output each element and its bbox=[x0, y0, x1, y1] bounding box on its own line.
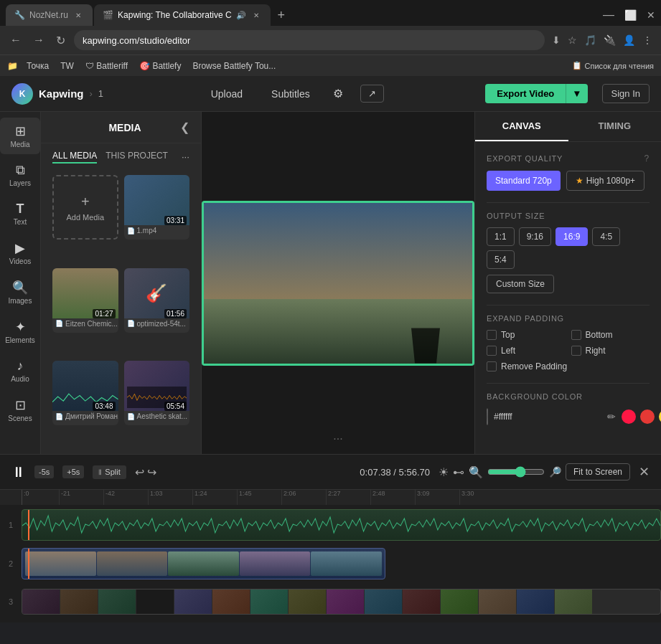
track-bar-1[interactable] bbox=[22, 509, 661, 541]
sidebar-item-videos[interactable]: ▶ Videos bbox=[0, 235, 40, 271]
export-video-button[interactable]: Export Video bbox=[485, 84, 566, 103]
forward-button[interactable]: → bbox=[30, 32, 47, 48]
file-icon-2: 📄 bbox=[55, 320, 63, 327]
media-filename-5: 📄 Aesthetic skat... bbox=[124, 411, 190, 422]
sidebar-item-text[interactable]: T Text bbox=[0, 196, 40, 232]
redo-button[interactable]: ↪ bbox=[147, 465, 156, 479]
media-item-4[interactable]: 03:48 📄 Дмитрий Роман... bbox=[52, 361, 118, 425]
sidebar-item-elements[interactable]: ✦ Elements bbox=[0, 313, 40, 350]
export-dropdown-button[interactable]: ▼ bbox=[566, 84, 587, 103]
media-tab-all[interactable]: ALL MEDIA bbox=[52, 149, 97, 164]
restore-icon[interactable]: ⬜ bbox=[624, 9, 637, 21]
padding-left-checkbox[interactable] bbox=[487, 346, 497, 356]
sidebar-item-audio[interactable]: ♪ Audio bbox=[0, 353, 40, 389]
size-9-16-button[interactable]: 9:16 bbox=[519, 227, 551, 246]
bookmark-battleriff[interactable]: 🛡 Battleriff bbox=[83, 60, 131, 72]
tab-timing[interactable]: TIMING bbox=[568, 112, 662, 141]
sidebar-item-layers[interactable]: ⧉ Layers bbox=[0, 157, 40, 193]
sign-in-button[interactable]: Sign In bbox=[602, 84, 650, 103]
size-5-4-button[interactable]: 5:4 bbox=[487, 250, 515, 269]
pause-button[interactable]: ⏸ bbox=[11, 464, 26, 480]
padding-top-checkbox[interactable] bbox=[487, 330, 497, 340]
padding-left-option[interactable]: Left bbox=[487, 346, 566, 356]
subtitles-button[interactable]: Subtitles bbox=[266, 85, 316, 103]
music-icon[interactable]: 🎵 bbox=[583, 33, 598, 47]
add-media-cell[interactable]: + Add Media bbox=[52, 175, 118, 240]
tab-close-kapwing[interactable]: ✕ bbox=[250, 9, 262, 21]
text-icon: T bbox=[17, 202, 24, 217]
tab-canvas[interactable]: CANVAS bbox=[475, 112, 568, 141]
upload-button[interactable]: Upload bbox=[205, 85, 248, 103]
bg-color-row: ✏ bbox=[487, 408, 650, 425]
media-item-3[interactable]: 🎸 01:56 📄 optimized-54t... bbox=[124, 268, 190, 333]
quality-1080p-button[interactable]: ★ High 1080p+ bbox=[566, 171, 644, 191]
zoom-out-button[interactable]: 🔍 bbox=[469, 465, 483, 479]
minus5-button[interactable]: -5s bbox=[34, 465, 54, 478]
bookmark-browse[interactable]: Browse Battlefy Tou... bbox=[189, 60, 278, 72]
canvas-video[interactable] bbox=[202, 201, 474, 366]
tab-kapwing[interactable]: 🎬 Kapwing: The Collaborative C 🔊 ✕ bbox=[94, 4, 271, 26]
reload-button[interactable]: ↻ bbox=[53, 32, 68, 49]
fit-to-screen-button[interactable]: Fit to Screen bbox=[566, 463, 630, 480]
media-item-5[interactable]: 05:54 📄 Aesthetic skat... bbox=[124, 361, 190, 425]
remove-padding-option[interactable]: Remove Padding bbox=[487, 361, 650, 371]
new-tab-button[interactable]: + bbox=[272, 8, 291, 23]
undo-button[interactable]: ↩ bbox=[135, 465, 144, 479]
track-bar-2[interactable] bbox=[22, 548, 385, 579]
eyedropper-button[interactable]: ✏ bbox=[607, 411, 616, 422]
minimize-icon[interactable]: — bbox=[603, 9, 614, 22]
tab-close-noznet[interactable]: ✕ bbox=[72, 9, 84, 21]
tab-noznet[interactable]: 🔧 NozNet.ru ✕ bbox=[6, 4, 93, 26]
close-window-icon[interactable]: ✕ bbox=[647, 9, 655, 21]
size-4-5-button[interactable]: 4:5 bbox=[592, 227, 620, 246]
color-hex-input[interactable] bbox=[494, 412, 601, 422]
swatch-red[interactable] bbox=[622, 409, 636, 424]
ruler-mark-0: :0 bbox=[22, 490, 59, 505]
close-timeline-button[interactable]: ✕ bbox=[639, 464, 650, 480]
bookmark-tw[interactable]: TW bbox=[57, 60, 77, 72]
media-more-button[interactable]: ··· bbox=[182, 149, 189, 164]
download-icon[interactable]: ⬇ bbox=[550, 33, 562, 47]
address-bar[interactable] bbox=[74, 30, 545, 50]
profile-icon[interactable]: 👤 bbox=[622, 33, 637, 47]
media-item-1[interactable]: 03:31 📄 1.mp4 bbox=[124, 175, 190, 240]
share-button[interactable]: ↗ bbox=[360, 85, 384, 103]
zoom-in-button[interactable]: 🔎 bbox=[549, 466, 561, 478]
ruler-mark-4: 1:24 bbox=[192, 490, 237, 505]
plus5-button[interactable]: +5s bbox=[62, 465, 84, 478]
zoom-slider[interactable] bbox=[487, 466, 545, 478]
padding-bottom-checkbox[interactable] bbox=[571, 330, 581, 340]
quality-720p-button[interactable]: Standard 720p bbox=[487, 171, 561, 191]
padding-top-option[interactable]: Top bbox=[487, 330, 566, 340]
sidebar-label-elements: Elements bbox=[5, 336, 35, 344]
bookmark-tochka[interactable]: Точка bbox=[24, 60, 52, 72]
settings-button[interactable]: ⚙ bbox=[333, 87, 343, 100]
media-panel-close-button[interactable]: ❮ bbox=[180, 120, 189, 134]
remove-padding-checkbox[interactable] bbox=[487, 361, 497, 371]
reading-list[interactable]: 📋 Список для чтения bbox=[572, 61, 654, 70]
tab-favicon-kapwing: 🎬 bbox=[103, 10, 113, 20]
media-tab-project[interactable]: THIS PROJECT bbox=[106, 149, 168, 164]
sidebar-item-images[interactable]: 🔍 Images bbox=[0, 274, 40, 311]
track-bar-3[interactable] bbox=[22, 589, 661, 615]
menu-icon[interactable]: ⋮ bbox=[641, 33, 654, 47]
back-button[interactable]: ← bbox=[7, 32, 24, 48]
padding-bottom-option[interactable]: Bottom bbox=[571, 330, 650, 340]
help-icon[interactable]: ? bbox=[644, 153, 650, 164]
size-16-9-button[interactable]: 16:9 bbox=[555, 227, 588, 246]
sidebar-item-media[interactable]: ⊞ Media bbox=[0, 118, 40, 154]
swatch-pink[interactable] bbox=[640, 409, 655, 424]
padding-right-checkbox[interactable] bbox=[571, 346, 581, 356]
size-1-1-button[interactable]: 1:1 bbox=[487, 227, 515, 246]
media-item-2[interactable]: 01:27 📄 Eitzen Chemic... bbox=[52, 268, 118, 333]
padding-right-option[interactable]: Right bbox=[571, 346, 650, 356]
bookmark-battlefy[interactable]: 🎯 Battlefy bbox=[136, 60, 184, 72]
extensions-icon[interactable]: 🔌 bbox=[602, 33, 617, 47]
split-button[interactable]: ⦀ Split bbox=[93, 465, 126, 479]
canvas-dots-menu[interactable]: ··· bbox=[333, 432, 342, 445]
color-preview-swatch[interactable] bbox=[487, 408, 488, 425]
custom-size-button[interactable]: Custom Size bbox=[487, 275, 554, 293]
sidebar-item-scenes[interactable]: ⊡ Scenes bbox=[0, 392, 40, 428]
star-icon[interactable]: ☆ bbox=[566, 33, 578, 47]
tab-audio-icon: 🔊 bbox=[236, 11, 246, 20]
